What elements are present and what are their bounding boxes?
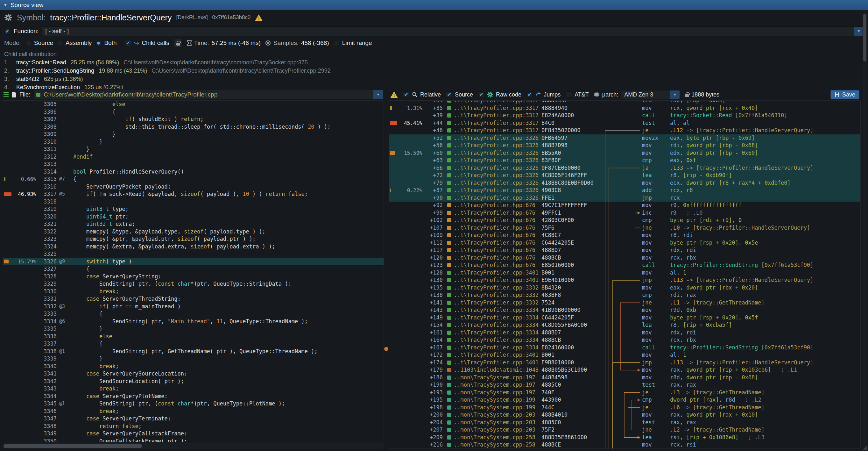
function-checkbox[interactable] bbox=[4, 28, 10, 34]
source-line[interactable]: 3321 uint32_t extra; bbox=[3, 220, 383, 228]
title-bar[interactable]: ▼ Source view bbox=[0, 0, 868, 10]
asm-row[interactable]: +102..t\TracyProfiler.hpp:67642803C0F00c… bbox=[389, 217, 860, 224]
source-line[interactable]: 3349 case ServerQueryCallstackFrame: bbox=[3, 430, 383, 438]
source-location[interactable]: ..mon\TracySystem.cpp:197 bbox=[443, 389, 541, 396]
source-location[interactable]: ..t\TracyProfiler.cpp:3317 bbox=[443, 100, 541, 104]
window-vertical-scrollbar[interactable] bbox=[863, 11, 867, 449]
source-location[interactable]: ..t\TracyProfiler.cpp:3334 bbox=[443, 306, 541, 314]
asm-row[interactable]: +138..t\TracyProfiler.cpp:3332483BF8cmpr… bbox=[389, 292, 860, 299]
asm-row[interactable]: 15.50%+60..t\TracyProfiler.cpp:33268B55A… bbox=[389, 149, 860, 157]
resize-grip[interactable] bbox=[863, 446, 867, 450]
source-line[interactable]: 3314bool Profiler::HandleServerQuery() bbox=[3, 168, 383, 176]
propagate-lock-button[interactable] bbox=[174, 39, 183, 47]
asm-row[interactable]: +204..mon\TracySystem.cpp:2034885C0testr… bbox=[389, 419, 860, 426]
source-location[interactable]: ..mon\TracySystem.cpp:197 bbox=[443, 374, 541, 382]
source-line[interactable]: 3343 break; bbox=[3, 385, 383, 393]
att-toggle[interactable]: AT&T bbox=[566, 91, 589, 98]
source-location[interactable]: ..t\TracyProfiler.cpp:3332 bbox=[443, 292, 541, 299]
asm-row[interactable]: +109..t\TracyProfiler.hpp:6764C8BC7movr8… bbox=[389, 232, 860, 239]
radio-icon[interactable] bbox=[95, 40, 101, 46]
child-calls-toggle[interactable]: ↪ Child calls bbox=[125, 39, 169, 47]
asm-row[interactable]: 45.41%+44..t\TracyProfiler.cpp:331784C0t… bbox=[389, 119, 860, 127]
source-location[interactable]: ..mon\TracySystem.cpp:203 bbox=[443, 419, 541, 426]
file-select[interactable]: C:\Users\wolf\Desktop\darkrl\contrib\tra… bbox=[33, 90, 383, 99]
source-location[interactable]: ..t\TracyProfiler.hpp:676 bbox=[443, 246, 541, 254]
source-line[interactable]: 3316 ServerQueryPacket payload; bbox=[3, 183, 383, 191]
source-location[interactable]: ..t\TracyProfiler.hpp:676 bbox=[443, 224, 541, 232]
chevron-down-icon[interactable]: ▼ bbox=[373, 90, 383, 99]
source-location[interactable]: ..mon\TracySystem.cpp:199 bbox=[443, 404, 541, 412]
source-line[interactable]: 3342 SendSourceLocation( ptr ); bbox=[3, 378, 383, 385]
asm-row[interactable]: +198..mon\TracySystem.cpp:199744Cje.L6 -… bbox=[389, 404, 860, 412]
source-location[interactable]: ..t\TracyProfiler.cpp:3401 bbox=[443, 276, 541, 284]
source-location[interactable]: ..t\TracyProfiler.cpp:3326 bbox=[443, 164, 541, 172]
asm-row[interactable]: +120..t\TracyProfiler.hpp:676488BCBmovrc… bbox=[389, 254, 860, 262]
asm-row[interactable]: +149..t\TracyProfiler.cpp:3334C64424205F… bbox=[389, 314, 860, 322]
asm-row[interactable]: +195..mon\TracySystem.cpp:199443900cmpdw… bbox=[389, 396, 860, 404]
mode-option-source[interactable]: Source bbox=[26, 39, 53, 47]
source-line[interactable]: 3324 memcpy( &extra, &payload.extra, siz… bbox=[3, 243, 383, 251]
asm-row[interactable]: +186..mon\TracySystem.cpp:197448B4598mov… bbox=[389, 374, 860, 382]
asm-row[interactable]: +112..t\TracyProfiler.hpp:676C64424205Em… bbox=[389, 239, 860, 247]
limit-range-radio[interactable] bbox=[334, 40, 340, 46]
asm-row[interactable]: 0.22%+87..t\TracyProfiler.cpp:33264903C8… bbox=[389, 187, 860, 194]
asm-row[interactable]: +46..t\TracyProfiler.cpp:33170F843502000… bbox=[389, 127, 860, 134]
asm-row[interactable]: 1.31%+35..t\TracyProfiler.cpp:3317488B49… bbox=[389, 104, 860, 112]
source-location[interactable]: ..t\TracyProfiler.cpp:3334 bbox=[443, 329, 541, 337]
source-location[interactable]: ..t\TracyProfiler.hpp:676 bbox=[443, 217, 541, 224]
source-line[interactable]: 3330 break; bbox=[3, 288, 383, 296]
source-line[interactable]: 3307 if( shouldExit ) return; bbox=[3, 116, 383, 123]
raw-code-checkbox[interactable] bbox=[478, 91, 485, 98]
child-calls-checkbox[interactable] bbox=[125, 40, 131, 46]
asm-row[interactable]: +107..t\TracyProfiler.hpp:67675F6jne.L0 … bbox=[389, 224, 860, 232]
source-line[interactable]: 3348 return false; bbox=[3, 423, 383, 430]
radio-icon[interactable] bbox=[26, 40, 32, 46]
asm-row[interactable]: +164..t\TracyProfiler.cpp:3334488BCBmovr… bbox=[389, 336, 860, 344]
source-location[interactable]: ..mon\TracySystem.cpp:258 bbox=[443, 434, 541, 442]
source-location[interactable]: ..mon\TracySystem.cpp:199 bbox=[443, 396, 541, 404]
asm-row[interactable]: +123..t\TracyProfiler.hpp:676E850160000c… bbox=[389, 262, 860, 269]
source-location[interactable]: ..t\TracyProfiler.cpp:3326 bbox=[443, 142, 541, 149]
source-location[interactable]: ..t\TracyProfiler.cpp:3326 bbox=[443, 157, 541, 164]
source-location[interactable]: ..t\TracyProfiler.cpp:3326 bbox=[443, 149, 541, 157]
uarch-select[interactable]: AMD Zen 3 ▼ bbox=[621, 90, 680, 99]
source-line[interactable]: 3310 } bbox=[3, 138, 383, 146]
source-location[interactable]: ..t\TracyProfiler.cpp:3334 bbox=[443, 321, 541, 329]
child-call-item[interactable]: 1.tracy::Socket::Read25.25 ms (54.89%)C:… bbox=[4, 58, 864, 66]
source-line[interactable]: 3327 { bbox=[3, 265, 383, 273]
source-location[interactable]: ..t\TracyProfiler.hpp:676 bbox=[443, 232, 541, 239]
asm-row[interactable]: +99..t\TracyProfiler.hpp:67649FFC1incr9 … bbox=[389, 209, 860, 217]
asm-row[interactable]: +63..t\TracyProfiler.cpp:332683F80Fcmpea… bbox=[389, 157, 860, 164]
source-line[interactable]: 3344 case ServerQueryPlotName: bbox=[3, 393, 383, 400]
collapse-icon[interactable]: ▼ bbox=[3, 3, 7, 7]
source-line[interactable]: 0.66%3315@7{ bbox=[3, 176, 383, 183]
asm-row[interactable]: +117..t\TracyProfiler.hpp:676488BD7movrd… bbox=[389, 246, 860, 254]
source-line[interactable]: 3347 case ServerQueryTerminate: bbox=[3, 415, 383, 423]
asm-row[interactable]: +90..t\TracyProfiler.cpp:3326FFE1jmprcx bbox=[389, 194, 860, 202]
asm-row[interactable]: +56..t\TracyProfiler.cpp:3326488B7D98mov… bbox=[389, 142, 860, 149]
asm-row[interactable]: +209..mon\TracySystem.cpp:258488D35E8861… bbox=[389, 434, 860, 442]
source-line[interactable]: 3335 } bbox=[3, 325, 383, 333]
asm-row[interactable]: +193..mon\TracySystem.cpp:197740Eje.L3 -… bbox=[389, 389, 860, 396]
source-line[interactable]: 3340 break; bbox=[3, 363, 383, 370]
source-location[interactable]: ..t\TracyProfiler.hpp:676 bbox=[443, 239, 541, 247]
asm-row[interactable]: +161..t\TracyProfiler.cpp:3334488BD7movr… bbox=[389, 329, 860, 337]
source-location[interactable]: ..t\TracyProfiler.cpp:3317 bbox=[443, 119, 541, 127]
source-line[interactable]: 3345@1 SendString( ptr, (const char*)ptr… bbox=[3, 400, 383, 408]
asm-row[interactable]: +31..t\TracyProfiler.cpp:3317488D5597lea… bbox=[389, 100, 860, 104]
source-line[interactable]: 3311 } bbox=[3, 146, 383, 153]
source-line[interactable]: 3322 memcpy( &type, &payload.type, sizeo… bbox=[3, 228, 383, 236]
att-checkbox[interactable] bbox=[566, 91, 572, 98]
source-location[interactable]: ..t\TracyProfiler.cpp:3317 bbox=[443, 104, 541, 112]
child-call-item[interactable]: 3.stat64i32625 μs (1.36%) bbox=[4, 75, 864, 83]
pane-divider[interactable] bbox=[384, 89, 389, 449]
source-line[interactable]: 3306 { bbox=[3, 108, 383, 116]
source-location[interactable]: ..t\TracyProfiler.cpp:3401 bbox=[443, 351, 541, 359]
source-horizontal-scrollbar[interactable] bbox=[3, 443, 384, 449]
source-line[interactable]: 3329 SendString( ptr, (const char*)ptr, … bbox=[3, 280, 383, 288]
source-location[interactable]: ..t\TracyProfiler.cpp:3317 bbox=[443, 112, 541, 119]
save-button[interactable]: Save bbox=[831, 90, 859, 99]
source-line[interactable]: 3320 uint64_t ptr; bbox=[3, 213, 383, 221]
asm-row[interactable]: +207..mon\TracySystem.cpp:20375F2jne.L2 … bbox=[389, 426, 860, 434]
source-line[interactable]: 3331 case ServerQueryThreadString: bbox=[3, 295, 383, 303]
